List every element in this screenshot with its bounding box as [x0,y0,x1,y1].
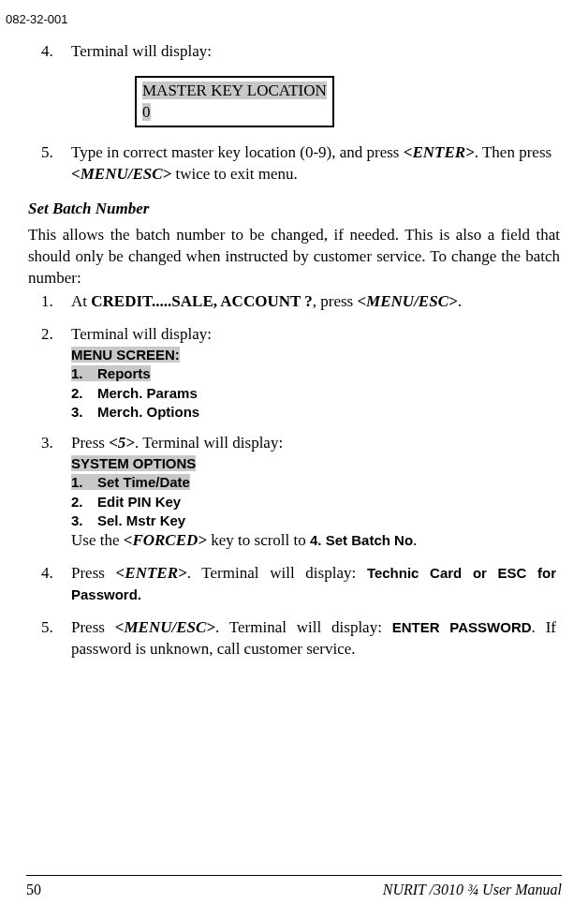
page-number: 50 [26,880,41,900]
step-number: 4. [41,41,71,63]
text: . Terminal will display: [135,434,283,452]
text: Terminal will display: [71,325,212,343]
menu-title: SYSTEM OPTIONS [71,455,196,471]
section-heading: Set Batch Number [28,199,560,220]
text: , press [313,292,358,310]
substep-5: 5. Press <MENU/ESC>. Terminal will displ… [41,617,556,660]
menu-title: MENU SCREEN: [71,347,180,363]
bold-text: 4. Set Batch No [310,532,413,548]
menu-label: Set Time/Date [97,474,190,490]
text: Type in correct master key location (0-9… [71,143,404,161]
substep-3: 3. Press <5>. Terminal will display: SYS… [41,433,556,552]
menu-label: Reports [97,365,151,381]
text: . [458,292,462,310]
text: key to scroll to [207,531,310,549]
text: At [71,292,91,310]
menu-num: 1. [71,364,97,383]
text: . Terminal will display: [187,564,367,582]
menu-num: 2. [71,384,97,403]
terminal-line-1: MASTER KEY LOCATION [142,82,327,99]
menu-num: 3. [71,403,97,422]
text: twice to exit menu. [171,165,298,183]
menu-label: Merch. Options [97,404,199,420]
key-5: <5> [109,434,135,452]
step-text: Press <MENU/ESC>. Terminal will display:… [71,617,556,660]
section-paragraph: This allows the batch number to be chang… [28,225,560,289]
key-enter: <ENTER> [116,564,187,582]
text: . [413,531,417,549]
key-menu-esc: <MENU/ESC> [357,292,457,310]
text: Press [71,564,116,582]
key-menu-esc: <MENU/ESC> [115,618,215,636]
step-text: Terminal will display: MENU SCREEN: 1.Re… [71,324,556,422]
bold-text: ENTER PASSWORD [392,619,532,635]
terminal-line-2: 0 [142,103,151,121]
step-number: 4. [41,563,71,606]
step-number: 3. [41,433,71,552]
text: . Then press [475,143,551,161]
menu-num: 3. [71,511,97,530]
menu-label: Sel. Mstr Key [97,512,185,528]
menu-num: 1. [71,473,97,492]
text: Press [71,618,115,636]
text: Use the [71,531,124,549]
step-text: Press <5>. Terminal will display: SYSTEM… [71,433,556,552]
terminal-display-box: MASTER KEY LOCATION 0 [135,76,334,126]
step-number: 5. [41,617,71,660]
menu-num: 2. [71,493,97,511]
key-forced: <FORCED> [124,531,207,549]
substep-1: 1. At CREDIT.....SALE, ACCOUNT ?, press … [41,291,556,313]
page-footer: 50 NURIT /3010 ¾ User Manual [26,875,562,900]
key-enter: <ENTER> [404,143,475,161]
manual-title: NURIT /3010 ¾ User Manual [383,880,562,900]
menu-label: Merch. Params [97,385,198,401]
step-5: 5. Type in correct master key location (… [41,142,556,185]
text: . Terminal will display: [215,618,392,636]
step-4: 4. Terminal will display: [41,41,556,63]
step-text: Terminal will display: [71,41,556,63]
substep-2: 2. Terminal will display: MENU SCREEN: 1… [41,324,556,422]
step-number: 2. [41,324,71,422]
step-text: Press <ENTER>. Terminal will display: Te… [71,563,556,606]
step-text: Type in correct master key location (0-9… [71,142,556,185]
menu-label: Edit PIN Key [97,494,181,510]
text: Press [71,434,109,452]
step-text: At CREDIT.....SALE, ACCOUNT ?, press <ME… [71,291,556,313]
bold-text: CREDIT.....SALE, ACCOUNT ? [91,292,312,310]
key-menu-esc: <MENU/ESC> [71,165,171,183]
document-id: 082-32-001 [6,11,560,28]
substep-4: 4. Press <ENTER>. Terminal will display:… [41,563,556,606]
step-number: 5. [41,142,71,185]
step-number: 1. [41,291,71,313]
